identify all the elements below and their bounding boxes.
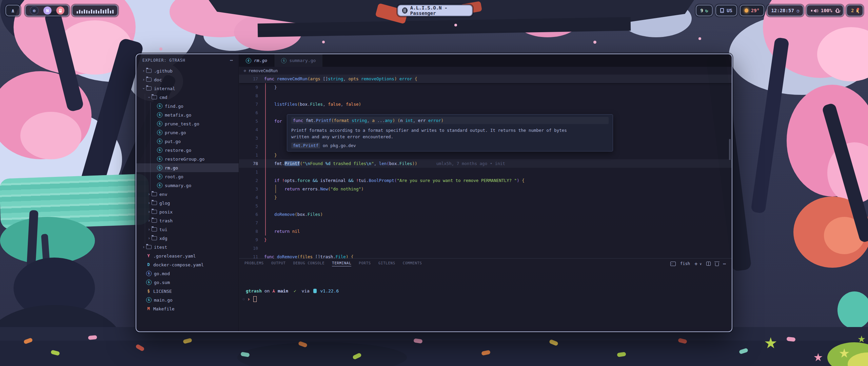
launcher-pill[interactable]: ∧ <box>5 5 20 16</box>
file-tree-item[interactable]: Ddocker-compose.yaml <box>136 260 239 269</box>
file-tree-item[interactable]: MMakefile <box>136 304 239 313</box>
tab-label: summary.go <box>289 58 316 63</box>
clock-icon: ◷ <box>797 8 800 13</box>
split-terminal-icon[interactable] <box>706 262 711 266</box>
file-tree-item[interactable]: Ggo.sum <box>136 278 239 287</box>
code-token: int <box>405 118 413 123</box>
panel-tab[interactable]: COMMENTS <box>403 261 422 266</box>
code-token: . <box>366 178 369 183</box>
notifications-pill[interactable]: 2 <box>846 5 863 16</box>
panel-tab[interactable]: GITLENS <box>378 261 395 266</box>
code-token: opts <box>284 178 295 183</box>
code-token: File <box>336 254 346 258</box>
file-tree-item[interactable]: ›internal <box>136 84 239 93</box>
code-token: ( <box>387 161 389 166</box>
chevron-down-icon[interactable]: ∨ <box>700 262 702 266</box>
editor-scrollbar[interactable] <box>729 139 731 160</box>
file-tree-label: trash <box>159 218 173 223</box>
keyboard-layout-pill[interactable]: US <box>715 5 737 16</box>
tooltip-link-text[interactable]: on pkg.go.dev <box>323 143 356 148</box>
shell-label[interactable]: fish <box>680 261 690 266</box>
code-line: 8 return nil <box>239 227 732 236</box>
file-tree-label: prune.go <box>165 130 186 135</box>
file-tree-item[interactable]: ›trash <box>136 216 239 225</box>
file-tree-item[interactable]: Gprune.go <box>136 128 239 137</box>
panel-more-icon[interactable]: ⋯ <box>723 261 726 266</box>
file-tree-item[interactable]: Y.goreleaser.yaml <box>136 251 239 260</box>
terminal-cursor <box>253 296 257 302</box>
new-terminal-icon[interactable]: + <box>694 261 698 267</box>
code-token: removeOptions <box>361 76 394 81</box>
panel-tab[interactable]: PORTS <box>359 261 371 266</box>
files-app-icon[interactable] <box>56 6 64 15</box>
file-tree-label: tui <box>159 227 167 232</box>
updates-pill[interactable]: 9 ↻ <box>696 5 713 16</box>
editor-tab[interactable]: Gsummary.go <box>274 54 323 67</box>
file-tree-item[interactable]: ›tui <box>136 225 239 234</box>
tooltip-code-link[interactable]: fmt.Printf <box>291 143 320 148</box>
speaker-icon <box>811 8 814 13</box>
clock-pill[interactable]: 12:28:57 ◷ <box>767 5 804 16</box>
file-tree-item[interactable]: Gput.go <box>136 137 239 146</box>
panel-tab[interactable]: DEBUG CONSOLE <box>293 261 325 266</box>
code-token: main <box>275 288 288 293</box>
file-tree-item[interactable]: Ggo.mod <box>136 269 239 278</box>
line-number: 8 <box>239 93 264 98</box>
code-text: func removeCmdRun(args []string, opts re… <box>264 76 417 81</box>
file-tree-item[interactable]: ›env <box>136 190 239 199</box>
line-number: 11 <box>239 254 264 258</box>
code-token: trashed files <box>331 161 366 166</box>
breadcrumb-symbol: removeCmdRun <box>249 68 278 73</box>
panel-tab[interactable]: PROBLEMS <box>244 261 264 266</box>
file-tree-item[interactable]: Gmain.go <box>136 296 239 304</box>
code-editor[interactable]: 17func removeCmdRun(args []string, opts … <box>239 75 732 258</box>
code-token: } <box>264 152 277 158</box>
file-tree-item[interactable]: Grm.go <box>136 163 239 172</box>
notes-app-icon[interactable]: N <box>43 6 52 15</box>
file-tree-item[interactable]: ›doc <box>136 75 239 84</box>
file-tree-item[interactable]: Gmetafix.go <box>136 110 239 119</box>
file-tree-label: docker-compose.yaml <box>153 262 204 267</box>
code-token: n <box>400 118 405 123</box>
file-tree-item[interactable]: ›posix <box>136 207 239 216</box>
code-text: func doRemove(files []trash.File) { <box>264 254 353 258</box>
file-tree-item[interactable]: Grestore.go <box>136 146 239 155</box>
code-token: ) <box>361 186 364 191</box>
file-tree-item[interactable]: ›xdg <box>136 234 239 243</box>
weather-pill[interactable]: 29° <box>740 5 764 16</box>
kill-terminal-icon[interactable] <box>715 263 719 266</box>
audio-visualizer-pill <box>72 5 118 16</box>
file-tree-item[interactable]: Gsummary.go <box>136 181 239 190</box>
file-tree-label: xdg <box>159 236 167 241</box>
file-tree-item[interactable]: Gprune_test.go <box>136 119 239 128</box>
code-token: . <box>333 254 336 258</box>
terminal[interactable]: gtrash on Y main ✓ via v1.22.6 ○ › <box>239 269 732 303</box>
app-dock-pill: ⊕ N <box>25 5 69 16</box>
browser-app-icon[interactable]: ⊕ <box>30 6 39 15</box>
file-tree-item[interactable]: ›glog <box>136 199 239 207</box>
file-tree-label: cmd <box>159 95 167 100</box>
file-tree-item[interactable]: §LICENSE <box>136 287 239 296</box>
file-tree-item[interactable]: ›.github <box>136 66 239 75</box>
go-file-icon: G <box>157 165 162 170</box>
editor-tab[interactable]: Grm.go <box>239 54 274 67</box>
audio-pill[interactable]: )) 100% <box>806 5 844 16</box>
wallpaper-shape <box>20 112 81 159</box>
more-actions-icon[interactable]: ⋯ <box>230 57 233 63</box>
now-playing-pill[interactable]: A.L.I.S.O.N - Passenger <box>397 5 473 16</box>
panel-tab[interactable]: TERMINAL <box>332 261 351 266</box>
code-token: len <box>379 161 387 166</box>
panel-tab[interactable]: OUTPUT <box>271 261 286 266</box>
code-token: gtrash <box>246 288 262 293</box>
go-file-icon: G <box>281 58 287 63</box>
code-token: . <box>313 118 316 123</box>
code-text: listFiles(box.Files, false, false) <box>264 102 361 107</box>
file-tree-item[interactable]: Gfind.go <box>136 102 239 110</box>
file-tree-item[interactable]: ›cmd <box>136 93 239 102</box>
code-token: ) <box>320 212 323 217</box>
file-tree-item[interactable]: ›itest <box>136 243 239 251</box>
chevron-icon: › <box>146 218 152 223</box>
breadcrumb[interactable]: ◇ removeCmdRun <box>239 67 732 75</box>
file-tree-item[interactable]: Groot.go <box>136 172 239 181</box>
file-tree-item[interactable]: GrestoreGroup.go <box>136 155 239 163</box>
